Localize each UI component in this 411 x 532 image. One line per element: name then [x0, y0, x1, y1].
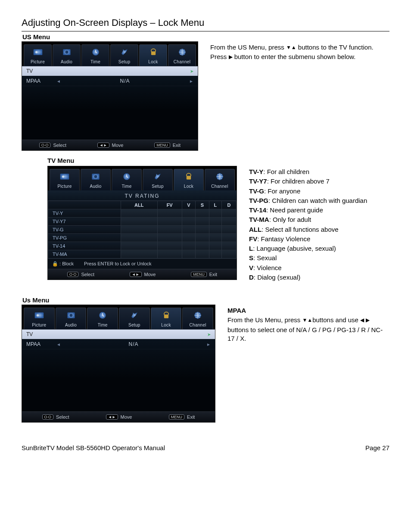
left-triangle-icon: ◀ [360, 317, 364, 324]
rating-cell[interactable] [196, 226, 209, 234]
rating-cell[interactable] [209, 209, 221, 218]
rating-cell[interactable] [157, 226, 182, 234]
menu-row-tv[interactable]: TV➤ [22, 330, 215, 339]
foot-select: Select [53, 143, 66, 148]
rating-col-l: L [209, 201, 221, 209]
us-menu-instructions: From the US Menu, press ▼▲ buttons to th… [210, 41, 389, 62]
svg-rect-8 [60, 174, 69, 180]
tab-label: Picture [50, 184, 79, 189]
rating-cell[interactable] [209, 242, 221, 250]
osd-footer: O·OSelect ◄►Move MENUExit [22, 411, 215, 422]
tab-time[interactable]: Time [112, 169, 142, 190]
rating-cell[interactable] [196, 218, 209, 226]
enter-arrow-icon: ➤ [190, 69, 193, 74]
tab-lock[interactable]: Lock [139, 44, 167, 66]
rating-cell[interactable] [196, 250, 209, 258]
footer-page-number: Page 27 [365, 444, 389, 451]
rating-cell[interactable] [157, 209, 182, 218]
rating-cell[interactable] [121, 209, 157, 218]
svg-point-17 [37, 314, 39, 316]
tab-audio[interactable]: Audio [56, 308, 87, 329]
rating-cell[interactable] [196, 234, 209, 242]
rating-cell[interactable] [182, 250, 196, 258]
foot-exit: Exit [187, 414, 195, 420]
def-tv-pg: TV-PG: Children can watch with guardian [249, 196, 389, 205]
channel-icon [205, 169, 234, 184]
rating-cell[interactable] [157, 218, 182, 226]
rating-cell[interactable] [121, 242, 157, 250]
tab-picture[interactable]: Picture [24, 44, 52, 66]
def-all: ALL: Select all functions above [249, 225, 389, 234]
osd-footer: O·OSelect ◄►Move MENUExit [48, 269, 237, 280]
tab-picture[interactable]: Picture [50, 169, 80, 190]
label-us-menu-2: Us Menu [22, 296, 389, 304]
rating-cell[interactable] [222, 209, 237, 218]
rating-col-fv: FV [157, 201, 182, 209]
tab-label: Setup [143, 184, 172, 189]
lock-icon [174, 169, 203, 184]
foot-select: Select [81, 272, 94, 277]
rating-cell[interactable] [182, 226, 196, 234]
menu-row-tv[interactable]: TV➤ [22, 66, 198, 76]
rating-cell[interactable] [182, 218, 196, 226]
tab-picture[interactable]: Picture [24, 308, 55, 329]
rating-cell[interactable] [222, 218, 237, 226]
menu-row-mpaa[interactable]: MPAA◄N/A► [22, 76, 198, 86]
rating-cell[interactable] [182, 209, 196, 218]
tab-time[interactable]: Time [87, 308, 118, 329]
rating-cell[interactable] [157, 242, 182, 250]
rating-cell[interactable] [222, 250, 237, 258]
rating-cell[interactable] [196, 242, 209, 250]
down-triangle-icon: ▼ [302, 317, 307, 324]
tab-label: Time [82, 59, 109, 64]
rating-row-tv-g: TV-G [48, 226, 121, 234]
rating-cell[interactable] [222, 234, 237, 242]
tab-audio[interactable]: Audio [81, 169, 111, 190]
tab-label: Audio [53, 59, 80, 64]
ok-chip: O·O [39, 143, 51, 148]
rating-cell[interactable] [121, 218, 157, 226]
tab-lock[interactable]: Lock [151, 308, 182, 329]
menu-chip: MENU [191, 272, 207, 277]
tab-setup[interactable]: Setup [119, 308, 150, 329]
tab-channel[interactable]: Channel [205, 169, 235, 190]
tab-time[interactable]: Time [81, 44, 109, 66]
tab-channel[interactable]: Channel [168, 44, 196, 66]
rating-cell[interactable] [222, 226, 237, 234]
tab-setup[interactable]: Setup [143, 169, 173, 190]
rating-cell[interactable] [209, 234, 221, 242]
rating-cell[interactable] [209, 250, 221, 258]
rating-cell[interactable] [182, 234, 196, 242]
rating-cell[interactable] [209, 218, 221, 226]
lock-icon: 🔒 [52, 261, 58, 266]
rating-cell[interactable] [196, 209, 209, 218]
tab-label: Channel [205, 184, 234, 189]
tab-label: Audio [81, 184, 110, 189]
tab-label: Lock [151, 323, 181, 327]
def-s: S: Sexual [249, 254, 389, 262]
tab-setup[interactable]: Setup [110, 44, 138, 66]
tab-channel[interactable]: Channel [182, 308, 213, 329]
def-tv-ma: TV-MA: Only for adult [249, 215, 389, 224]
tab-lock[interactable]: Lock [174, 169, 204, 190]
def-d: D: Dialog (sexual) [249, 273, 389, 282]
time-icon [112, 169, 141, 184]
foot-exit: Exit [209, 272, 217, 277]
foot-move: Move [112, 143, 124, 148]
tab-label: Audio [56, 323, 86, 327]
rating-cell[interactable] [121, 226, 157, 234]
rating-legend: 🔒 : Block Press ENTER to Lock or Unlock [48, 258, 237, 269]
menu-row-mpaa[interactable]: MPAA◄N/A► [22, 339, 215, 349]
label-us-menu: US Menu [22, 33, 389, 40]
rating-cell[interactable] [209, 226, 221, 234]
rating-cell[interactable] [222, 242, 237, 250]
def-v: V: Violence [249, 264, 389, 272]
svg-point-9 [62, 175, 64, 177]
rating-cell[interactable] [121, 234, 157, 242]
rating-cell[interactable] [182, 242, 196, 250]
rating-cell[interactable] [121, 250, 157, 258]
rating-cell[interactable] [157, 250, 182, 258]
tab-audio[interactable]: Audio [53, 44, 81, 66]
row-key: MPAA [26, 78, 56, 84]
rating-cell[interactable] [157, 234, 182, 242]
